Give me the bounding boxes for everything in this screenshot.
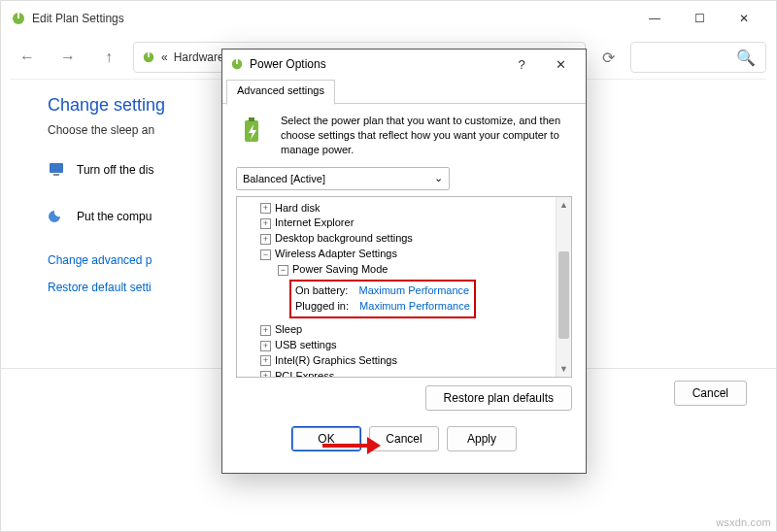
ok-button[interactable]: OK	[291, 426, 361, 451]
settings-tree: +Hard disk +Internet Explorer +Desktop b…	[236, 196, 572, 378]
svg-rect-3	[148, 52, 150, 57]
on-battery-value[interactable]: Maximum Performance	[358, 283, 469, 299]
cancel-button[interactable]: Cancel	[369, 426, 439, 451]
restore-plan-defaults-button[interactable]: Restore plan defaults	[425, 385, 572, 411]
svg-rect-5	[53, 174, 59, 176]
plan-select-value: Balanced [Active]	[243, 173, 325, 184]
on-battery-label: On battery:	[295, 283, 348, 299]
expand-icon[interactable]: +	[260, 355, 271, 366]
plugged-in-label: Plugged in:	[295, 299, 349, 315]
highlight-box: On battery: Maximum Performance Plugged …	[289, 280, 476, 318]
collapse-icon[interactable]: −	[278, 265, 288, 276]
tree-power-saving-mode[interactable]: Power Saving Mode	[292, 262, 388, 278]
expand-icon[interactable]: +	[260, 218, 271, 229]
expand-icon[interactable]: +	[260, 341, 271, 351]
dialog-body: Select the power plan that you want to c…	[222, 104, 586, 473]
dialog-titlebar: Power Options ? ✕	[222, 50, 586, 79]
power-options-dialog: Power Options ? ✕ Advanced settings Sele…	[221, 49, 587, 474]
row-display-label: Turn off the dis	[77, 163, 153, 177]
scroll-thumb[interactable]	[558, 251, 569, 339]
window-maximize-button[interactable]: ☐	[677, 4, 722, 33]
cancel-button[interactable]: Cancel	[674, 381, 747, 406]
tree-hard-disk[interactable]: Hard disk	[275, 201, 320, 216]
tree-scrollbar[interactable]: ▲ ▼	[556, 197, 571, 377]
row-sleep-label: Put the compu	[77, 210, 152, 223]
window-minimize-button[interactable]: —	[632, 4, 677, 33]
expand-icon[interactable]: +	[260, 371, 271, 377]
watermark: wsxdn.com	[716, 516, 771, 528]
up-button[interactable]: ↑	[92, 41, 125, 74]
power-icon	[142, 50, 155, 64]
breadcrumb-root-glyph: «	[161, 50, 168, 64]
dialog-close-button[interactable]: ✕	[541, 57, 580, 72]
dialog-help-button[interactable]: ?	[502, 57, 541, 72]
chevron-down-icon: ⌄	[434, 172, 443, 184]
svg-rect-1	[17, 13, 19, 18]
tree-intel-graphics[interactable]: Intel(R) Graphics Settings	[275, 353, 397, 369]
battery-icon	[236, 114, 271, 149]
tab-strip: Advanced settings	[222, 79, 586, 104]
tree-internet-explorer[interactable]: Internet Explorer	[275, 216, 354, 231]
scroll-up-icon[interactable]: ▲	[557, 197, 571, 213]
power-icon	[230, 57, 244, 71]
refresh-button[interactable]: ⟳	[593, 49, 623, 67]
svg-rect-7	[236, 59, 238, 64]
dialog-title: Power Options	[250, 57, 326, 71]
svg-rect-4	[50, 163, 63, 173]
apply-button[interactable]: Apply	[447, 426, 517, 451]
plugged-in-value[interactable]: Maximum Performance	[359, 299, 470, 315]
tree-desktop-background[interactable]: Desktop background settings	[275, 231, 413, 247]
tab-advanced-settings[interactable]: Advanced settings	[226, 80, 335, 105]
search-icon: 🔍	[736, 49, 756, 67]
tree-pci-express[interactable]: PCI Express	[275, 369, 334, 377]
expand-icon[interactable]: +	[260, 203, 271, 214]
expand-icon[interactable]: +	[260, 234, 271, 245]
power-icon	[11, 11, 26, 26]
tree-sleep[interactable]: Sleep	[275, 322, 302, 338]
scroll-down-icon[interactable]: ▼	[557, 361, 571, 377]
window-titlebar: Edit Plan Settings — ☐ ✕	[1, 1, 776, 36]
tree-wireless-adapter[interactable]: Wireless Adapter Settings	[275, 247, 397, 262]
tree-usb[interactable]: USB settings	[275, 338, 337, 353]
dialog-intro: Select the power plan that you want to c…	[281, 114, 572, 157]
window-close-button[interactable]: ✕	[722, 4, 766, 33]
collapse-icon[interactable]: −	[260, 249, 271, 260]
monitor-icon	[48, 160, 67, 180]
back-button[interactable]: ←	[11, 41, 44, 74]
plan-select[interactable]: Balanced [Active] ⌄	[236, 167, 450, 190]
search-input[interactable]: 🔍	[630, 42, 766, 73]
svg-rect-9	[249, 117, 254, 121]
expand-icon[interactable]: +	[260, 325, 271, 336]
forward-button[interactable]: →	[51, 41, 84, 74]
sleep-icon	[48, 207, 67, 226]
window-title: Edit Plan Settings	[32, 12, 124, 25]
